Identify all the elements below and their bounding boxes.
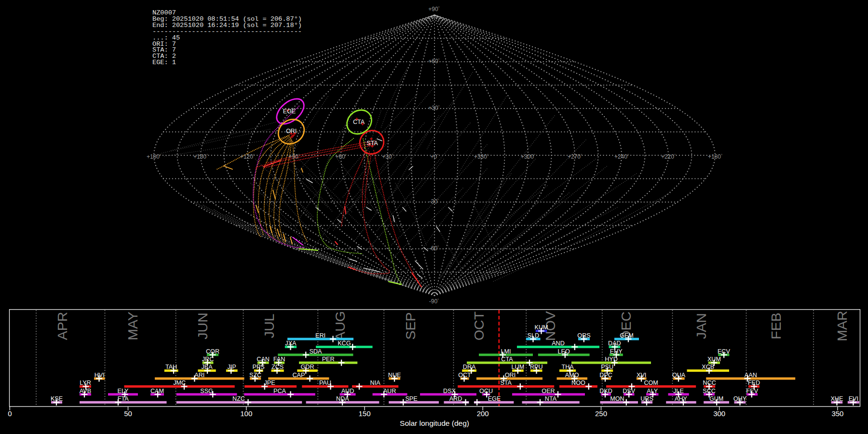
- svg-text:DSX: DSX: [443, 388, 456, 394]
- svg-text:50: 50: [124, 409, 132, 418]
- svg-text:+60°: +60°: [428, 58, 440, 65]
- svg-text:NDA: NDA: [336, 395, 349, 402]
- svg-text:ERI: ERI: [315, 332, 326, 339]
- svg-text:TAH: TAH: [165, 364, 177, 370]
- svg-text:OCT: OCT: [471, 312, 487, 340]
- svg-text:LUM: LUM: [512, 364, 525, 370]
- svg-text:QUA: QUA: [672, 372, 686, 379]
- svg-text:DSV: DSV: [623, 388, 635, 394]
- svg-text:ORS: ORS: [577, 332, 590, 339]
- svg-text:OER: OER: [542, 388, 555, 394]
- svg-text:JAN: JAN: [693, 313, 709, 339]
- svg-text:FAN: FAN: [273, 356, 285, 363]
- svg-text:SCC: SCC: [703, 388, 716, 394]
- svg-text:AMO: AMO: [565, 372, 579, 379]
- svg-text:JUL: JUL: [261, 314, 277, 339]
- svg-text:CAP: CAP: [292, 372, 305, 379]
- svg-text:200: 200: [477, 409, 489, 418]
- svg-text:ECV: ECV: [718, 348, 730, 355]
- svg-text:150: 150: [358, 409, 370, 418]
- svg-text:0: 0: [8, 409, 12, 418]
- svg-text:ARD: ARD: [449, 395, 462, 402]
- svg-text:NTA: NTA: [545, 395, 557, 402]
- svg-text:LEO: LEO: [557, 348, 570, 355]
- svg-text:CAM: CAM: [150, 388, 164, 394]
- svg-text:STA: STA: [500, 380, 512, 386]
- svg-text:ORI: ORI: [286, 128, 297, 135]
- svg-text:DPC: DPC: [599, 372, 612, 379]
- svg-text:OCU: OCU: [479, 388, 493, 394]
- svg-text:AVB: AVB: [80, 388, 91, 394]
- svg-text:+90°: +90°: [428, 6, 440, 13]
- svg-text:JIP: JIP: [227, 364, 236, 370]
- svg-text:COM: COM: [644, 380, 658, 386]
- svg-text:GDR: GDR: [301, 364, 314, 370]
- svg-text:PSU: PSU: [601, 364, 613, 370]
- svg-text:FEB: FEB: [768, 312, 784, 339]
- svg-text:350: 350: [831, 409, 843, 418]
- svg-text:XCB: XCB: [702, 364, 714, 370]
- svg-text:ORI: ORI: [505, 372, 515, 379]
- svg-text:250: 250: [595, 409, 607, 418]
- svg-text:HVI: HVI: [95, 372, 105, 379]
- svg-text:PER: PER: [322, 356, 335, 363]
- svg-text:APR: APR: [54, 312, 70, 340]
- svg-text:PPS: PPS: [252, 364, 264, 370]
- svg-text:100: 100: [240, 409, 252, 418]
- svg-text:OCT: OCT: [458, 372, 471, 379]
- svg-text:URS: URS: [640, 395, 653, 402]
- svg-text:PCA: PCA: [273, 388, 286, 394]
- svg-text:SLD: SLD: [528, 332, 540, 339]
- svg-text:+240°: +240°: [614, 153, 629, 160]
- svg-text:EVI: EVI: [849, 395, 858, 402]
- svg-text:+180°: +180°: [147, 153, 161, 160]
- svg-text:FEV: FEV: [746, 388, 759, 394]
- svg-text:XHE: XHE: [830, 395, 843, 402]
- svg-text:FED: FED: [748, 380, 760, 386]
- svg-text:KSE: KSE: [51, 395, 63, 402]
- svg-text:NOO: NOO: [571, 380, 585, 386]
- svg-text:JEA: JEA: [201, 364, 213, 370]
- svg-text:XUM: XUM: [707, 356, 721, 363]
- svg-text:AUD: AUD: [341, 388, 354, 394]
- svg-text:COR: COR: [206, 348, 219, 355]
- svg-text:ALY: ALY: [647, 388, 658, 394]
- svg-text:EHY: EHY: [610, 348, 623, 355]
- svg-text:AUG: AUG: [332, 311, 348, 341]
- svg-text:LMI: LMI: [501, 348, 511, 355]
- svg-text:FTA: FTA: [118, 395, 129, 402]
- svg-text:+30°: +30°: [382, 153, 393, 160]
- svg-text:AHY: AHY: [675, 395, 687, 402]
- svg-text:ARI: ARI: [194, 372, 204, 379]
- svg-text:EGE: EGE: [488, 395, 501, 402]
- svg-text:LYR: LYR: [80, 380, 91, 386]
- svg-text:THA: THA: [562, 364, 574, 370]
- svg-text:+60°: +60°: [335, 153, 347, 160]
- svg-text:MAY: MAY: [125, 312, 140, 340]
- svg-text:DRA: DRA: [463, 364, 476, 370]
- svg-text:KUM: KUM: [535, 324, 548, 331]
- svg-text:SDA: SDA: [309, 348, 322, 355]
- svg-text:OHY: OHY: [733, 395, 747, 402]
- svg-text:ZCS: ZCS: [271, 364, 284, 370]
- svg-text:SZC: SZC: [249, 372, 261, 379]
- svg-text:GEM: GEM: [620, 332, 634, 339]
- svg-text:STA: STA: [366, 140, 378, 147]
- svg-text:JXA: JXA: [285, 340, 297, 347]
- svg-text:NIA: NIA: [370, 380, 381, 386]
- svg-text:RPU: RPU: [530, 364, 543, 370]
- svg-text:HYD: HYD: [605, 356, 618, 363]
- svg-text:+30°: +30°: [428, 105, 440, 111]
- svg-text:JPE: JPE: [264, 380, 275, 386]
- svg-text:JUN: JUN: [195, 312, 210, 339]
- svg-text:DKD: DKD: [599, 388, 612, 394]
- svg-text:NCC: NCC: [703, 380, 716, 386]
- svg-text:+150°: +150°: [193, 153, 208, 160]
- svg-text:MAR: MAR: [834, 311, 850, 341]
- svg-text:CTA: CTA: [501, 356, 513, 363]
- svg-text:NUE: NUE: [388, 372, 401, 379]
- svg-text:+90°: +90°: [288, 153, 300, 160]
- svg-text:+120°: +120°: [240, 153, 255, 160]
- svg-text:ELY: ELY: [118, 388, 129, 394]
- svg-text:+270°: +270°: [568, 153, 582, 160]
